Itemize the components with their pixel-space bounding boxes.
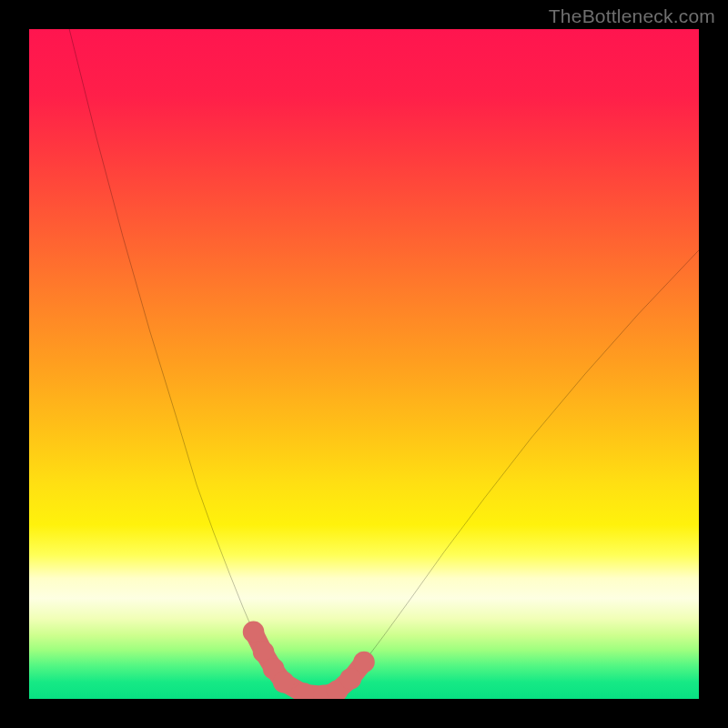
right-curve [324,250,699,695]
left-curve [69,29,324,695]
watermark: TheBottleneck.com [549,5,715,27]
chart-frame: TheBottleneck.com [0,0,728,728]
marker-dots [243,622,375,699]
marker-dot [243,622,265,643]
curves-layer [29,29,699,699]
marker-dot [353,652,375,673]
marker-dot [273,672,295,693]
plot-area [29,29,699,699]
marker-dot [340,668,362,690]
